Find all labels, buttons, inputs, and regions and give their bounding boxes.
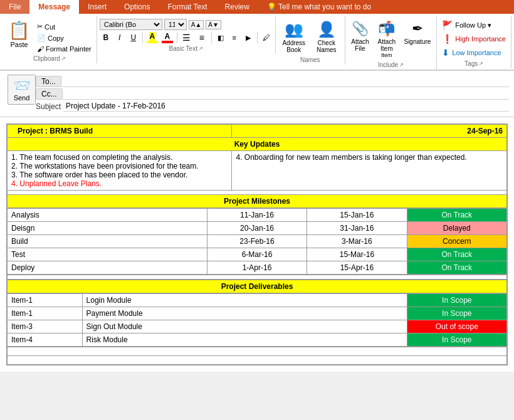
format-painter-button[interactable]: 🖌 Format Painter	[34, 44, 94, 54]
paste-button[interactable]: 📋 Paste	[5, 19, 33, 50]
project-title-cell: Project : BRMS Build	[8, 125, 232, 138]
font-color-icon: A	[164, 32, 170, 41]
font-size-select[interactable]: 11	[164, 19, 187, 30]
deliverable-status: Out of scope	[407, 320, 506, 333]
align-right-button[interactable]: ▶	[242, 31, 254, 44]
font-row: Calibri (Bo 11 A▲ A▼	[100, 19, 273, 30]
clipboard-group-content: 📋 Paste ✂ Cut 📄 Copy 🖌 Format Pai	[5, 16, 94, 55]
font-size-decrease[interactable]: A▼	[206, 20, 221, 29]
milestone-status: On Track	[407, 261, 506, 275]
basic-text-label: Basic Text ↗	[169, 45, 203, 53]
to-button[interactable]: To...	[36, 76, 61, 87]
deliverables-header-table: Project Deliverables	[7, 280, 507, 293]
names-group: 👥 Address Book 👤 Check Names Names	[276, 16, 345, 65]
tab-tell-me[interactable]: 💡 Tell me what you want to do	[258, 0, 380, 14]
tags-buttons: 🚩 Follow Up ▾ ❗ High Importance ⬇ Low Im…	[439, 19, 508, 59]
milestone-status: On Track	[407, 209, 506, 222]
tags-expand-icon[interactable]: ↗	[479, 61, 483, 66]
include-group-content: 📎 Attach File 📬 Attach Item Item ✒ Signa…	[348, 16, 434, 61]
tab-message[interactable]: Message	[29, 0, 79, 14]
subject-label: Subject	[36, 102, 61, 111]
milestone-row: Deploy 1-Apr-16 15-Apr-16 On Track	[8, 261, 507, 275]
separator4	[257, 32, 258, 43]
font-color-button[interactable]: A	[160, 32, 174, 43]
bullets-button[interactable]: ☰	[180, 31, 194, 44]
bottom-spacer-table	[7, 347, 507, 365]
cc-input[interactable]	[63, 89, 509, 100]
clear-format-button[interactable]: 🖊	[260, 31, 273, 44]
attach-item-button[interactable]: 📬 Attach Item Item	[374, 19, 399, 60]
milestone-end: 3-Mar-16	[307, 235, 407, 248]
high-importance-icon: ❗	[442, 34, 453, 44]
highlight-color-button[interactable]: A	[145, 32, 159, 43]
include-expand-icon[interactable]: ↗	[399, 62, 404, 68]
numbering-button[interactable]: ≡	[195, 31, 209, 44]
cut-button[interactable]: ✂ Cut	[34, 21, 94, 32]
address-book-button[interactable]: 👥 Address Book	[278, 19, 310, 55]
clipboard-expand-icon[interactable]: ↗	[61, 56, 66, 61]
italic-button[interactable]: I	[113, 31, 126, 44]
font-family-select[interactable]: Calibri (Bo	[100, 19, 162, 30]
font-size-increase[interactable]: A▲	[189, 20, 204, 29]
milestone-status: On Track	[407, 248, 506, 261]
underline-button[interactable]: U	[127, 31, 140, 44]
project-table: Project : BRMS Build 24-Sep-16 Key Updat…	[7, 124, 507, 208]
names-group-content: 👥 Address Book 👤 Check Names	[278, 16, 342, 56]
copy-button[interactable]: 📄 Copy	[34, 33, 94, 43]
milestone-end: 31-Jan-16	[307, 222, 407, 235]
to-input[interactable]	[61, 76, 509, 87]
tab-insert[interactable]: Insert	[79, 0, 115, 14]
bottom-spacer-row-2	[8, 356, 507, 365]
high-importance-button[interactable]: ❗ High Importance	[439, 33, 508, 45]
tab-options[interactable]: Options	[115, 0, 159, 14]
milestone-name: Analysis	[8, 209, 207, 222]
deliverables-header-row: Project Deliverables	[8, 280, 507, 293]
key-updates-content-row: 1. The team focused on completing the an…	[8, 151, 507, 191]
subject-input[interactable]	[63, 101, 509, 112]
project-date-cell: 24-Sep-16	[232, 125, 507, 138]
deliverable-name: Sign Out Module	[82, 320, 407, 333]
check-names-button[interactable]: 👤 Check Names	[311, 19, 342, 55]
tags-label: Tags ↗	[464, 60, 483, 68]
tags-group: 🚩 Follow Up ▾ ❗ High Importance ⬇ Low Im…	[437, 16, 511, 68]
font-color-bar	[162, 41, 173, 43]
milestone-row: Deisgn 20-Jan-16 31-Jan-16 Delayed	[8, 222, 507, 235]
tags-group-content: 🚩 Follow Up ▾ ❗ High Importance ⬇ Low Im…	[439, 16, 508, 60]
deliverable-row-item: Item-1 Payment Module In Scope	[8, 307, 507, 320]
include-label: Include ↗	[378, 61, 404, 70]
align-left-button[interactable]: ◧	[214, 31, 227, 44]
separator3	[211, 32, 212, 43]
deliverable-item: Item-3	[8, 320, 83, 333]
align-center-button[interactable]: ≡	[228, 31, 241, 44]
milestones-table: Analysis 11-Jan-16 15-Jan-16 On Track De…	[7, 208, 507, 275]
email-send-area: 📨 Send To... Cc... Subject	[0, 71, 514, 117]
signature-button[interactable]: ✒ Signature	[401, 19, 434, 47]
basic-text-area: Calibri (Bo 11 A▲ A▼ B I U	[100, 19, 273, 44]
tab-format-text[interactable]: Format Text	[159, 0, 216, 14]
send-button[interactable]: 📨 Send	[8, 75, 36, 105]
deliverable-item: Item-1	[8, 294, 83, 307]
deliverable-status: In Scope	[407, 294, 506, 307]
basic-text-content: Calibri (Bo 11 A▲ A▼ B I U	[100, 16, 273, 45]
clipboard-label: Clipboard ↗	[33, 55, 66, 63]
milestone-start: 1-Apr-16	[207, 261, 307, 275]
tab-file[interactable]: File	[0, 0, 29, 14]
update-line-2: 2. The workstations have been provisione…	[11, 162, 228, 171]
attach-file-button[interactable]: 📎 Attach File	[348, 19, 372, 54]
format-buttons-row: B I U A A ☰ ≡	[100, 31, 273, 44]
follow-up-icon: 🚩	[442, 20, 453, 30]
separator2	[177, 32, 177, 43]
cc-row: Cc...	[36, 88, 509, 100]
milestone-status: Delayed	[407, 222, 506, 235]
basic-text-expand-icon[interactable]: ↗	[199, 46, 203, 51]
deliverables-table: Item-1 Login Module In Scope Item-1 Paym…	[7, 293, 507, 347]
tab-review[interactable]: Review	[216, 0, 258, 14]
milestone-start: 11-Jan-16	[207, 209, 307, 222]
follow-up-button[interactable]: 🚩 Follow Up ▾	[439, 19, 508, 31]
email-body: Project : BRMS Build 24-Sep-16 Key Updat…	[0, 117, 514, 372]
low-importance-button[interactable]: ⬇ Low Importance	[439, 46, 508, 59]
cc-button[interactable]: Cc...	[36, 88, 63, 100]
bold-button[interactable]: B	[100, 31, 112, 44]
include-group: 📎 Attach File 📬 Attach Item Item ✒ Signa…	[345, 16, 438, 70]
project-header-row: Project : BRMS Build 24-Sep-16	[8, 125, 507, 138]
